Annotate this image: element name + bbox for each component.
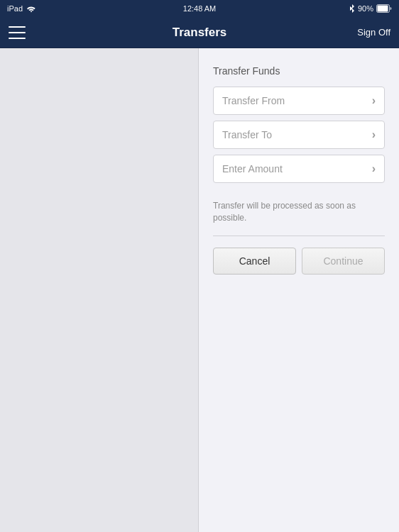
main-content: Transfer Funds Transfer From › Transfer … [0,48,399,532]
status-bar: iPad 12:48 AM 90% [0,0,399,17]
transfer-from-field[interactable]: Transfer From › [213,87,385,115]
transfer-from-label: Transfer From [222,95,285,106]
enter-amount-field[interactable]: Enter Amount › [213,155,385,183]
battery-icon [376,4,392,13]
enter-amount-chevron: › [372,162,376,175]
sign-off-button[interactable]: Sign Off [357,27,390,38]
cancel-button[interactable]: Cancel [213,248,296,275]
battery-percent: 90% [358,4,373,13]
status-right: 90% [349,4,392,13]
form-fields: Transfer From › Transfer To › Enter Amou… [213,87,385,189]
enter-amount-label: Enter Amount [222,163,283,174]
left-panel [0,48,199,532]
info-text: Transfer will be processed as soon as po… [213,200,385,224]
right-panel: Transfer Funds Transfer From › Transfer … [199,48,399,532]
transfer-to-label: Transfer To [222,129,272,140]
device-label: iPad [7,4,23,13]
bluetooth-icon [349,4,355,13]
transfer-from-chevron: › [372,94,376,107]
button-row: Cancel Continue [213,248,385,275]
svg-rect-1 [378,6,388,12]
transfer-to-field[interactable]: Transfer To › [213,121,385,149]
divider [213,235,385,236]
nav-title: Transfers [173,26,227,40]
menu-icon[interactable] [9,26,26,39]
section-title: Transfer Funds [213,65,385,77]
status-time: 12:48 AM [183,4,216,13]
wifi-icon [26,5,36,12]
continue-button[interactable]: Continue [302,248,385,275]
nav-bar: Transfers Sign Off [0,17,399,48]
status-left: iPad [7,4,36,13]
transfer-to-chevron: › [372,128,376,141]
